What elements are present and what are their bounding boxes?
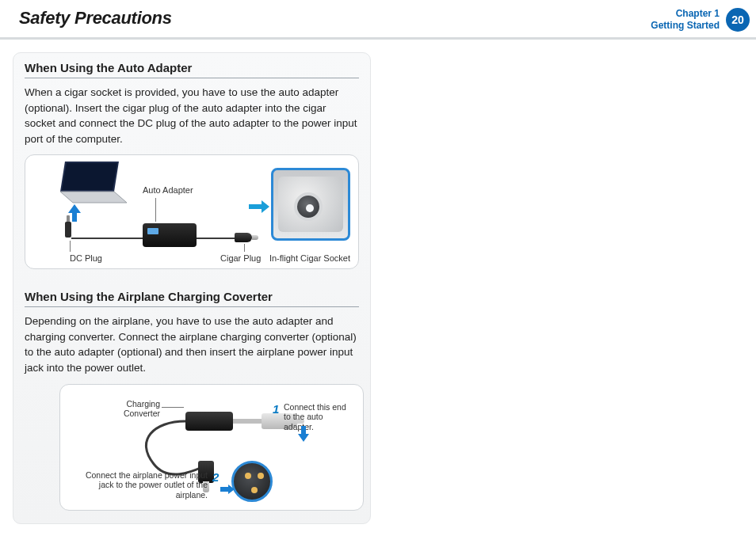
left-column: When Using the Auto Adapter When a cigar… (13, 52, 371, 524)
cigar-plug-illustration (235, 230, 258, 245)
inflight-cigar-socket (271, 168, 350, 241)
label-cigar-plug: Cigar Plug (220, 253, 261, 263)
page-title: Safety Precautions (19, 8, 172, 29)
figure-charging-converter: Charging Converter 1 Connect this end to… (59, 384, 364, 511)
label-step2: Connect the airplane power input jack to… (81, 470, 208, 500)
chapter-indicator: Chapter 1 Getting Started 20 (651, 8, 750, 32)
dc-plug-body (65, 222, 71, 238)
charging-converter-body (185, 412, 233, 431)
label-auto-adapter: Auto Adapter (143, 185, 193, 195)
chapter-text: Chapter 1 Getting Started (651, 8, 720, 32)
auto-adapter-brick (143, 223, 197, 247)
right-arrow-icon (249, 200, 269, 217)
chapter-line2: Getting Started (651, 20, 720, 32)
label-step1: Connect this end to the auto adapter. (284, 402, 355, 432)
down-arrow-icon (298, 426, 309, 445)
figure-auto-adapter: Auto Adapter DC Plug Cigar Plug In-fligh… (25, 154, 359, 269)
cable-segment (197, 238, 236, 239)
section2-heading: When Using the Airplane Charging Coverte… (25, 290, 359, 307)
svg-marker-2 (60, 192, 127, 203)
right-arrow-icon (220, 483, 235, 497)
cable-segment (71, 238, 143, 239)
label-charging-converter: Charging Converter (105, 399, 160, 419)
airplane-power-outlet (231, 461, 273, 502)
step-number-2: 2 (212, 470, 219, 484)
label-dc-plug: DC Plug (70, 253, 102, 263)
laptop-illustration (57, 160, 128, 207)
page-header: Safety Precautions Chapter 1 Getting Sta… (0, 0, 756, 40)
section1-body: When a cigar socket is provided, you hav… (25, 85, 359, 146)
section1-heading: When Using the Auto Adapter (25, 61, 359, 78)
page-number-badge: 20 (726, 8, 750, 32)
chapter-line1: Chapter 1 (651, 8, 720, 20)
label-inflight-socket: In-flight Cigar Socket (269, 253, 350, 263)
step-number-1: 1 (273, 402, 279, 416)
svg-marker-1 (62, 163, 117, 190)
content-area: When Using the Auto Adapter When a cigar… (0, 40, 756, 524)
section2-body: Depending on the airplane, you have to u… (25, 314, 359, 375)
